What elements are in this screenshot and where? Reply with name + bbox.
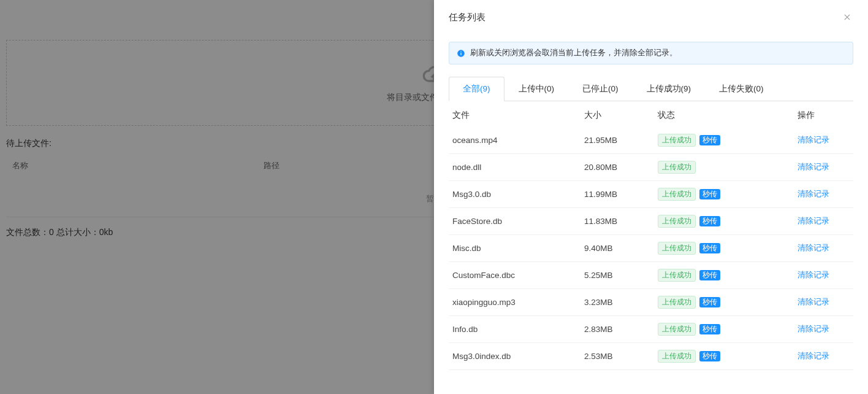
status-instant-badge: 秒传 [699, 189, 720, 199]
task-row: Info.db2.83MB上传成功秒传清除记录 [449, 316, 853, 343]
tab[interactable]: 已停止(0) [568, 77, 633, 101]
task-status: 上传成功秒传 [658, 215, 798, 228]
task-row: node.dll20.80MB上传成功清除记录 [449, 154, 853, 181]
col-header-action: 操作 [798, 110, 850, 121]
status-instant-badge: 秒传 [699, 243, 720, 253]
clear-record-link[interactable]: 清除记录 [798, 244, 829, 252]
task-action: 清除记录 [798, 324, 850, 334]
drawer-header: 任务列表 [434, 0, 868, 34]
task-file-name: Msg3.0index.db [452, 352, 584, 361]
task-status: 上传成功秒传 [658, 188, 798, 201]
task-action: 清除记录 [798, 189, 850, 199]
status-instant-badge: 秒传 [699, 216, 720, 226]
task-status: 上传成功秒传 [658, 242, 798, 255]
task-file-name: Misc.db [452, 244, 584, 253]
task-file-size: 11.83MB [584, 217, 658, 226]
status-success-badge: 上传成功 [658, 350, 696, 363]
task-list-drawer: 任务列表 刷新或关闭浏览器会取消当前上传任务，并清除全部记录。 全部(9)上传中… [434, 0, 868, 394]
tab[interactable]: 全部(9) [449, 77, 504, 101]
clear-record-link[interactable]: 清除记录 [798, 190, 829, 198]
task-action: 清除记录 [798, 243, 850, 253]
task-file-name: Info.db [452, 325, 584, 334]
svg-rect-2 [460, 51, 461, 52]
status-instant-badge: 秒传 [699, 351, 720, 361]
clear-record-link[interactable]: 清除记录 [798, 298, 829, 306]
task-file-name: node.dll [452, 163, 584, 172]
task-status: 上传成功秒传 [658, 296, 798, 309]
info-alert: 刷新或关闭浏览器会取消当前上传任务，并清除全部记录。 [449, 42, 853, 64]
task-table-body: oceans.mp421.95MB上传成功秒传清除记录node.dll20.80… [449, 127, 853, 370]
task-file-name: CustomFace.dbc [452, 271, 584, 280]
task-file-size: 20.80MB [584, 163, 658, 172]
col-header-status: 状态 [658, 110, 798, 121]
status-success-badge: 上传成功 [658, 323, 696, 336]
clear-record-link[interactable]: 清除记录 [798, 325, 829, 333]
task-row: Msg3.0.db11.99MB上传成功秒传清除记录 [449, 181, 853, 208]
task-file-size: 2.53MB [584, 352, 658, 361]
status-success-badge: 上传成功 [658, 161, 696, 174]
task-status: 上传成功秒传 [658, 350, 798, 363]
tab[interactable]: 上传成功(9) [633, 77, 706, 101]
clear-record-link[interactable]: 清除记录 [798, 217, 829, 225]
task-file-name: xiaopingguo.mp3 [452, 298, 584, 307]
status-success-badge: 上传成功 [658, 215, 696, 228]
task-status: 上传成功 [658, 161, 798, 174]
task-status: 上传成功秒传 [658, 134, 798, 147]
task-tabs: 全部(9)上传中(0)已停止(0)上传成功(9)上传失败(0) [449, 77, 853, 101]
alert-text: 刷新或关闭浏览器会取消当前上传任务，并清除全部记录。 [470, 48, 677, 58]
task-table-header: 文件 大小 状态 操作 [449, 101, 853, 127]
task-action: 清除记录 [798, 162, 850, 172]
clear-record-link[interactable]: 清除记录 [798, 163, 829, 171]
task-file-name: FaceStore.db [452, 217, 584, 226]
task-file-name: oceans.mp4 [452, 136, 584, 145]
col-header-size: 大小 [584, 110, 658, 121]
task-action: 清除记录 [798, 270, 850, 280]
task-row: xiaopingguo.mp33.23MB上传成功秒传清除记录 [449, 289, 853, 316]
col-header-file: 文件 [452, 110, 584, 121]
tab[interactable]: 上传中(0) [504, 77, 569, 101]
close-button[interactable] [841, 11, 853, 23]
status-success-badge: 上传成功 [658, 269, 696, 282]
drawer-title: 任务列表 [449, 12, 485, 23]
status-success-badge: 上传成功 [658, 188, 696, 201]
status-instant-badge: 秒传 [699, 135, 720, 145]
svg-rect-1 [460, 52, 461, 55]
status-success-badge: 上传成功 [658, 134, 696, 147]
status-instant-badge: 秒传 [699, 324, 720, 334]
task-action: 清除记录 [798, 351, 850, 361]
task-row: FaceStore.db11.83MB上传成功秒传清除记录 [449, 208, 853, 235]
task-row: CustomFace.dbc5.25MB上传成功秒传清除记录 [449, 262, 853, 289]
task-action: 清除记录 [798, 297, 850, 307]
status-success-badge: 上传成功 [658, 242, 696, 255]
task-file-name: Msg3.0.db [452, 190, 584, 199]
task-row: Misc.db9.40MB上传成功秒传清除记录 [449, 235, 853, 262]
task-file-size: 11.99MB [584, 190, 658, 199]
status-success-badge: 上传成功 [658, 296, 696, 309]
task-file-size: 2.83MB [584, 325, 658, 334]
task-file-size: 9.40MB [584, 244, 658, 253]
task-row: Msg3.0index.db2.53MB上传成功秒传清除记录 [449, 343, 853, 370]
task-file-size: 3.23MB [584, 298, 658, 307]
task-file-size: 21.95MB [584, 136, 658, 145]
task-status: 上传成功秒传 [658, 323, 798, 336]
clear-record-link[interactable]: 清除记录 [798, 271, 829, 279]
tab[interactable]: 上传失败(0) [705, 77, 778, 101]
status-instant-badge: 秒传 [699, 297, 720, 307]
task-action: 清除记录 [798, 216, 850, 226]
task-status: 上传成功秒传 [658, 269, 798, 282]
info-icon [457, 49, 465, 58]
task-action: 清除记录 [798, 135, 850, 145]
close-icon [843, 13, 851, 21]
task-row: oceans.mp421.95MB上传成功秒传清除记录 [449, 127, 853, 154]
status-instant-badge: 秒传 [699, 270, 720, 280]
clear-record-link[interactable]: 清除记录 [798, 136, 829, 144]
clear-record-link[interactable]: 清除记录 [798, 352, 829, 360]
task-file-size: 5.25MB [584, 271, 658, 280]
